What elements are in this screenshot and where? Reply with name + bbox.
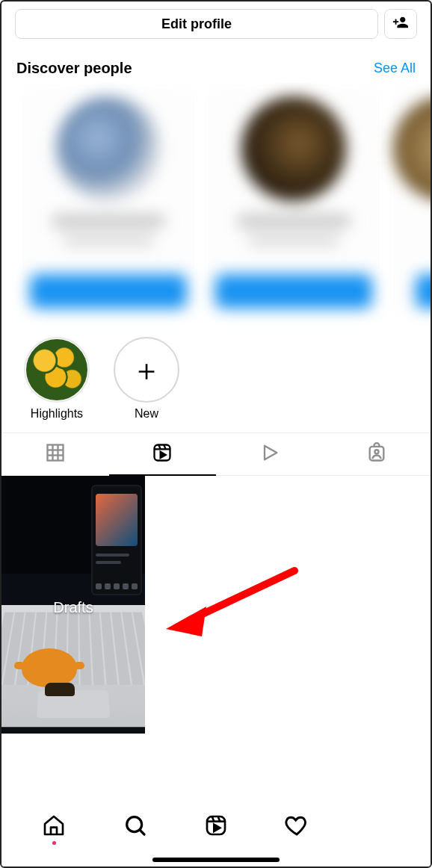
tagged-icon <box>366 442 387 466</box>
home-icon <box>42 813 66 840</box>
nav-profile[interactable] <box>360 809 396 845</box>
suggestion-name <box>52 214 164 228</box>
bottom-nav <box>1 804 431 850</box>
suggestion-subtext <box>249 235 339 246</box>
suggestion-name <box>238 214 350 228</box>
svg-marker-10 <box>265 446 277 460</box>
avatar <box>56 96 161 201</box>
profile-content-grid: Drafts <box>1 476 431 734</box>
edit-profile-label: Edit profile <box>161 16 232 32</box>
discover-card[interactable] <box>22 89 194 313</box>
grid-icon <box>45 442 66 466</box>
svg-point-12 <box>375 450 379 453</box>
tab-grid[interactable] <box>1 433 109 475</box>
heart-icon <box>285 813 309 840</box>
svg-line-16 <box>140 830 144 834</box>
tab-reels[interactable] <box>109 433 217 475</box>
add-person-icon <box>392 14 409 34</box>
flower-image <box>26 339 87 400</box>
home-indicator <box>152 858 280 862</box>
avatar <box>241 96 346 201</box>
svg-marker-21 <box>214 825 220 831</box>
see-all-link[interactable]: See All <box>374 61 416 76</box>
discover-people-title: Discover people <box>16 60 132 77</box>
highlight-label: New <box>135 407 158 421</box>
discover-people-header: Discover people See All <box>1 46 431 83</box>
discover-people-button[interactable] <box>384 9 417 39</box>
tab-tagged[interactable] <box>324 433 431 475</box>
highlight-item[interactable]: Highlights <box>24 337 90 421</box>
discover-card[interactable] <box>393 89 431 313</box>
edit-profile-button[interactable]: Edit profile <box>15 9 378 39</box>
play-icon <box>259 442 280 466</box>
reel-drafts-tile[interactable]: Drafts <box>1 476 145 734</box>
plus-icon: ＋ <box>132 355 161 385</box>
profile-actions-row: Edit profile <box>1 1 431 46</box>
notification-dot-icon <box>52 841 56 845</box>
follow-button[interactable] <box>416 274 431 309</box>
follow-button[interactable] <box>215 274 372 309</box>
nav-home[interactable] <box>36 809 72 845</box>
new-highlight-circle: ＋ <box>114 337 179 403</box>
avatar <box>393 96 431 201</box>
highlight-cover <box>24 337 90 403</box>
nav-activity[interactable] <box>279 809 315 845</box>
new-highlight-button[interactable]: ＋ New <box>114 337 179 421</box>
reels-icon <box>152 442 173 466</box>
svg-marker-9 <box>161 452 166 458</box>
tab-play[interactable] <box>216 433 324 475</box>
search-icon <box>123 813 147 840</box>
reels-icon <box>204 813 228 840</box>
story-highlights-row: Highlights ＋ New <box>1 334 431 430</box>
svg-rect-0 <box>47 445 63 461</box>
suggestion-subtext <box>64 235 153 246</box>
nav-reels[interactable] <box>198 809 234 845</box>
follow-button[interactable] <box>30 274 187 309</box>
nav-search[interactable] <box>117 809 153 845</box>
highlight-label: Highlights <box>31 407 83 421</box>
drafts-label: Drafts <box>53 599 93 616</box>
discover-card[interactable] <box>208 89 380 313</box>
profile-tabs <box>1 433 431 476</box>
discover-people-carousel[interactable] <box>1 83 431 334</box>
